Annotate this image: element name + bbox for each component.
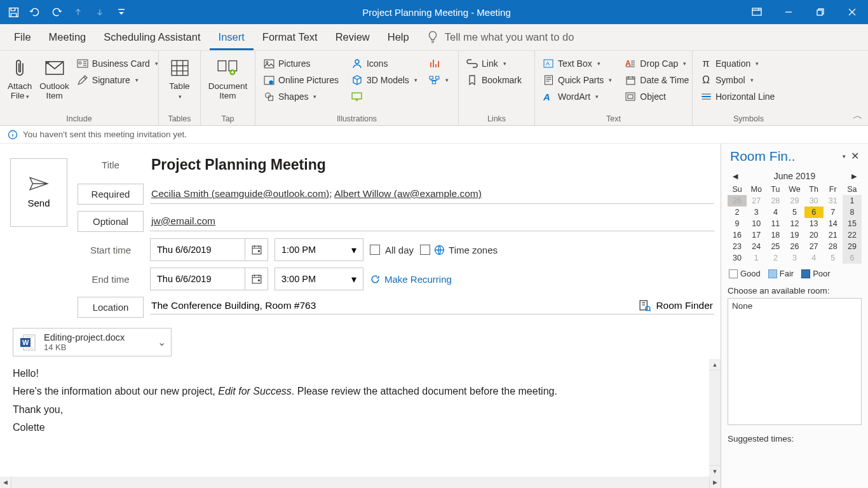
- calendar-day[interactable]: 19: [785, 229, 804, 241]
- pane-close-icon[interactable]: ✕: [848, 147, 862, 165]
- object-button[interactable]: Object: [621, 89, 693, 104]
- icons-button[interactable]: Icons: [348, 56, 421, 71]
- required-button[interactable]: Required: [78, 184, 144, 205]
- message-body[interactable]: Hello! Here's the information about our …: [0, 359, 721, 477]
- all-day-checkbox[interactable]: All day: [370, 245, 414, 255]
- time-zones-checkbox[interactable]: Time zones: [420, 245, 498, 255]
- attachment-item[interactable]: W Editing-project.docx14 KB ⌄: [13, 328, 172, 356]
- calendar-day[interactable]: 8: [843, 207, 862, 218]
- location-button[interactable]: Location: [78, 297, 144, 318]
- calendar-day[interactable]: 29: [785, 195, 804, 207]
- optional-button[interactable]: Optional: [78, 211, 144, 232]
- undo-icon[interactable]: [24, 0, 46, 24]
- drop-cap-button[interactable]: ADrop Cap▾: [621, 56, 693, 71]
- location-field[interactable]: The Conference Building, Room #763: [151, 300, 630, 311]
- room-list[interactable]: None: [728, 298, 862, 425]
- document-item-button[interactable]: Document Item: [205, 53, 252, 100]
- calendar-day[interactable]: 3: [747, 207, 766, 218]
- equation-button[interactable]: πEquation▾: [696, 56, 778, 71]
- chart-button[interactable]: [425, 56, 452, 71]
- calendar-day[interactable]: 25: [766, 241, 785, 252]
- calendar-day[interactable]: 28: [766, 195, 785, 207]
- scroll-left-icon[interactable]: ◀: [0, 477, 11, 488]
- text-box-button[interactable]: AText Box▾: [539, 56, 616, 71]
- symbol-button[interactable]: ΩSymbol▾: [696, 72, 778, 88]
- start-time-input[interactable]: 1:00 PM▾: [275, 238, 363, 261]
- pictures-button[interactable]: Pictures: [259, 56, 342, 71]
- calendar-day[interactable]: 4: [766, 207, 785, 218]
- calendar-day[interactable]: 27: [747, 195, 766, 207]
- calendar-day[interactable]: 18: [766, 229, 785, 241]
- optional-field[interactable]: jw@email.com: [150, 212, 714, 231]
- pane-menu-icon[interactable]: ▾: [840, 151, 848, 162]
- business-card-button[interactable]: Business Card▾: [73, 56, 162, 71]
- redo-icon[interactable]: [46, 0, 67, 24]
- signature-button[interactable]: Signature▾: [73, 72, 162, 88]
- recipient-link[interactable]: Cecilia Smith (seamguide@outlook.com): [151, 188, 329, 199]
- room-finder-button[interactable]: Room Finder: [639, 300, 713, 311]
- calendar-day[interactable]: 2: [728, 207, 747, 218]
- calendar-day[interactable]: 14: [824, 218, 843, 229]
- calendar-day[interactable]: 26: [728, 195, 747, 207]
- calendar-day[interactable]: 5: [824, 252, 843, 264]
- calendar-day[interactable]: 31: [824, 195, 843, 207]
- attachment-menu-icon[interactable]: ⌄: [158, 336, 166, 348]
- start-date-input[interactable]: Thu 6/6/2019: [150, 238, 268, 261]
- calendar-day[interactable]: 26: [785, 241, 804, 252]
- tell-me-search[interactable]: Tell me what you want to do: [427, 30, 574, 50]
- calendar-day[interactable]: 4: [804, 252, 824, 264]
- chevron-down-icon[interactable]: ▾: [345, 268, 363, 290]
- tab-insert[interactable]: Insert: [210, 25, 254, 50]
- prev-month-icon[interactable]: ◀: [733, 172, 738, 180]
- bookmark-button[interactable]: Bookmark: [463, 72, 526, 88]
- qa-more-icon[interactable]: [111, 0, 132, 24]
- send-button[interactable]: Send: [10, 158, 67, 227]
- calendar-day[interactable]: 20: [804, 229, 824, 241]
- end-time-input[interactable]: 3:00 PM▾: [275, 268, 363, 290]
- make-recurring-link[interactable]: Make Recurring: [370, 274, 452, 285]
- calendar-day[interactable]: 30: [804, 195, 824, 207]
- scroll-down-icon[interactable]: ▼: [709, 465, 721, 477]
- calendar-day[interactable]: 1: [843, 195, 862, 207]
- calendar-day[interactable]: 12: [785, 218, 804, 229]
- prev-icon[interactable]: [67, 0, 89, 24]
- scroll-up-icon[interactable]: ▲: [709, 359, 721, 370]
- title-field[interactable]: Project Planning Meeting: [150, 152, 714, 177]
- vertical-scrollbar[interactable]: ▲▼: [709, 359, 721, 477]
- calendar-day[interactable]: 29: [843, 241, 862, 252]
- close-icon[interactable]: [836, 0, 868, 24]
- date-time-button[interactable]: Date & Time: [621, 72, 693, 88]
- calendar-day[interactable]: 30: [728, 252, 747, 264]
- quick-parts-button[interactable]: Quick Parts▾: [539, 72, 616, 88]
- calendar-day[interactable]: 1: [747, 252, 766, 264]
- table-button[interactable]: Table▾: [165, 53, 193, 100]
- chevron-down-icon[interactable]: ▾: [345, 239, 363, 261]
- calendar-day[interactable]: 13: [804, 218, 824, 229]
- calendar-day[interactable]: 23: [728, 241, 747, 252]
- tab-file[interactable]: File: [5, 25, 40, 50]
- calendar-day[interactable]: 7: [824, 207, 843, 218]
- outlook-item-button[interactable]: Outlook Item: [36, 53, 73, 100]
- tab-meeting[interactable]: Meeting: [40, 25, 95, 50]
- calendar-day[interactable]: 11: [766, 218, 785, 229]
- tab-scheduling[interactable]: Scheduling Assistant: [95, 25, 209, 50]
- minimize-icon[interactable]: [773, 0, 804, 24]
- next-icon[interactable]: [89, 0, 111, 24]
- attach-file-button[interactable]: Attach File▾: [4, 53, 36, 100]
- next-month-icon[interactable]: ▶: [851, 172, 857, 180]
- smartart-button[interactable]: ▾: [425, 72, 452, 88]
- calendar-day[interactable]: 22: [843, 229, 862, 241]
- maximize-icon[interactable]: [804, 0, 836, 24]
- save-icon[interactable]: [3, 0, 24, 24]
- tab-review[interactable]: Review: [327, 25, 379, 50]
- required-field[interactable]: Cecilia Smith (seamguide@outlook.com); A…: [150, 184, 714, 204]
- calendar-day[interactable]: 15: [843, 218, 862, 229]
- calendar-day[interactable]: 6: [843, 252, 862, 264]
- calendar-day[interactable]: 10: [747, 218, 766, 229]
- recipient-link[interactable]: Albert Willow (aw@example.com): [334, 188, 482, 199]
- calendar-picker-icon[interactable]: [245, 239, 268, 261]
- link-button[interactable]: Link▾: [463, 56, 526, 71]
- tab-help[interactable]: Help: [379, 25, 418, 50]
- shapes-button[interactable]: Shapes▾: [259, 89, 342, 104]
- calendar-day[interactable]: 24: [747, 241, 766, 252]
